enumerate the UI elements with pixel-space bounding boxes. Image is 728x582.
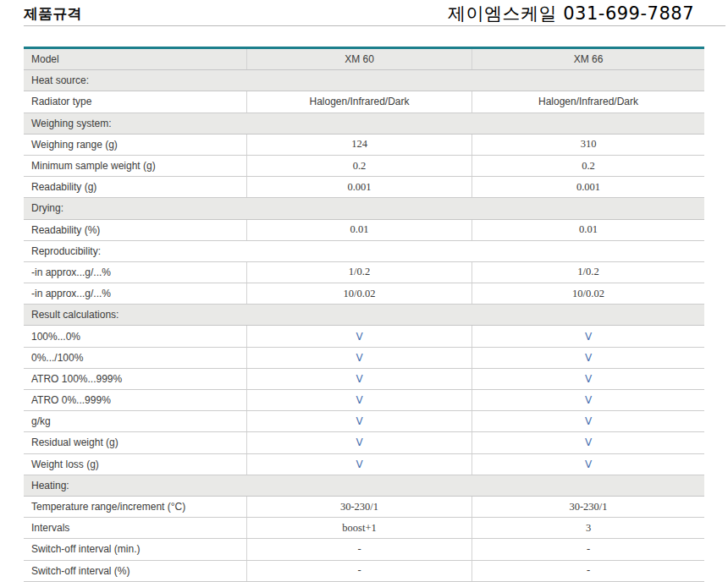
cell-xm66: - [472, 561, 704, 581]
cell-xm60: V [246, 348, 472, 368]
cell-xm60: 0.01 [246, 220, 472, 240]
cell-xm60: - [246, 561, 472, 581]
cell-xm66: Halogen/Infrared/Dark [472, 91, 704, 112]
cell-xm60: boost+1 [246, 518, 472, 538]
table-row: Radiator typeHalogen/Infrared/DarkHaloge… [24, 91, 704, 113]
table-row: Readability (g)0.0010.001 [24, 177, 704, 198]
row-label: Weighing range (g) [24, 135, 246, 155]
cell-xm60: V [246, 390, 472, 410]
table-row: ATRO 100%...999%VV [24, 369, 704, 390]
cell-xm60: - [246, 539, 472, 559]
cell-xm66: 310 [472, 135, 704, 155]
cell-xm60: 0.2 [246, 156, 472, 176]
table-row: -in approx...g/...%10/0.0210/0.02 [24, 283, 704, 305]
table-row: Weighing range (g)124310 [24, 135, 704, 156]
page-title: 제품규격 [24, 4, 82, 24]
table-row: Intervalsboost+13 [24, 518, 704, 539]
cell-xm60: V [246, 454, 472, 475]
cell-xm66: 1/0.2 [472, 262, 704, 283]
table-row: -in approx...g/...%1/0.21/0.2 [24, 262, 704, 283]
table-row: Residual weight (g)VV [24, 432, 704, 453]
table-row: Temperature range/increment (°C)30-230/1… [24, 497, 704, 518]
title-divider [24, 25, 725, 26]
column-header-model: Model [24, 49, 246, 69]
cell-xm66: V [472, 432, 704, 453]
seller-contact: 제이엠스케일 031-699-7887 [448, 2, 694, 25]
row-label: Readability (%) [24, 220, 246, 240]
table-header-row: ModelXM 60XM 66 [24, 49, 704, 70]
row-label: Temperature range/increment (°C) [24, 497, 246, 517]
row-label: Weight loss (g) [24, 454, 246, 475]
cell-xm66: V [472, 411, 704, 431]
table-row: Weight loss (g)VV [24, 454, 704, 475]
row-label: Switch-off interval (%) [24, 561, 246, 581]
cell-xm60: 124 [246, 135, 472, 155]
row-label: Residual weight (g) [24, 432, 246, 453]
cell-xm66: V [472, 390, 704, 410]
cell-xm60: V [246, 326, 472, 346]
table-row: Minimum sample weight (g)0.20.2 [24, 156, 704, 177]
cell-xm66: 0.01 [472, 220, 704, 240]
row-label: Readability (g) [24, 177, 246, 197]
subheader-label: Reproducibility: [24, 241, 704, 261]
cell-xm66: V [472, 369, 704, 389]
row-label: -in approx...g/...% [24, 283, 246, 304]
section-row: Drying: [24, 198, 704, 219]
row-label: Minimum sample weight (g) [24, 156, 246, 176]
subheader-row: Reproducibility: [24, 241, 704, 262]
product-spec-page: 제품규격 제이엠스케일 031-699-7887 ModelXM 60XM 66… [0, 0, 728, 582]
row-label: ATRO 100%...999% [24, 369, 246, 389]
cell-xm66: 0.2 [472, 156, 704, 176]
cell-xm66: V [472, 326, 704, 346]
section-row: Heat source: [24, 70, 704, 91]
cell-xm60: V [246, 369, 472, 389]
cell-xm66: 0.001 [472, 177, 704, 197]
table-row: 100%...0%VV [24, 326, 704, 347]
row-label: -in approx...g/...% [24, 262, 246, 283]
cell-xm66: V [472, 348, 704, 368]
section-label: Weighing system: [24, 113, 704, 134]
row-label: 100%...0% [24, 326, 246, 346]
cell-xm60: 10/0.02 [246, 283, 472, 304]
column-header-xm66: XM 66 [472, 49, 704, 69]
section-row: Heating: [24, 475, 704, 497]
row-label: g/kg [24, 411, 246, 431]
table-row: g/kgVV [24, 411, 704, 432]
table-row: Switch-off interval (%)-- [24, 561, 704, 582]
row-label: Intervals [24, 518, 246, 538]
table-row: ATRO 0%...999%VV [24, 390, 704, 411]
cell-xm66: 3 [472, 518, 704, 538]
cell-xm60: 0.001 [246, 177, 472, 197]
table-row: Readability (%)0.010.01 [24, 220, 704, 241]
section-row: Weighing system: [24, 113, 704, 135]
column-header-xm60: XM 60 [246, 49, 472, 69]
cell-xm60: V [246, 432, 472, 453]
cell-xm66: V [472, 454, 704, 475]
cell-xm60: 1/0.2 [246, 262, 472, 283]
section-label: Drying: [24, 198, 704, 218]
section-label: Result calculations: [24, 305, 704, 325]
cell-xm66: 30-230/1 [472, 497, 704, 517]
cell-xm60: 30-230/1 [246, 497, 472, 517]
table-row: Switch-off interval (min.)-- [24, 539, 704, 560]
row-label: ATRO 0%...999% [24, 390, 246, 410]
row-label: 0%.../100% [24, 348, 246, 368]
section-label: Heating: [24, 475, 704, 496]
cell-xm60: Halogen/Infrared/Dark [246, 91, 472, 112]
cell-xm60: V [246, 411, 472, 431]
row-label: Radiator type [24, 91, 246, 112]
section-row: Result calculations: [24, 305, 704, 326]
section-label: Heat source: [24, 70, 704, 91]
spec-table: ModelXM 60XM 66Heat source:Radiator type… [24, 47, 704, 582]
row-label: Switch-off interval (min.) [24, 539, 246, 559]
cell-xm66: - [472, 539, 704, 559]
cell-xm66: 10/0.02 [472, 283, 704, 304]
table-row: 0%.../100%VV [24, 348, 704, 369]
